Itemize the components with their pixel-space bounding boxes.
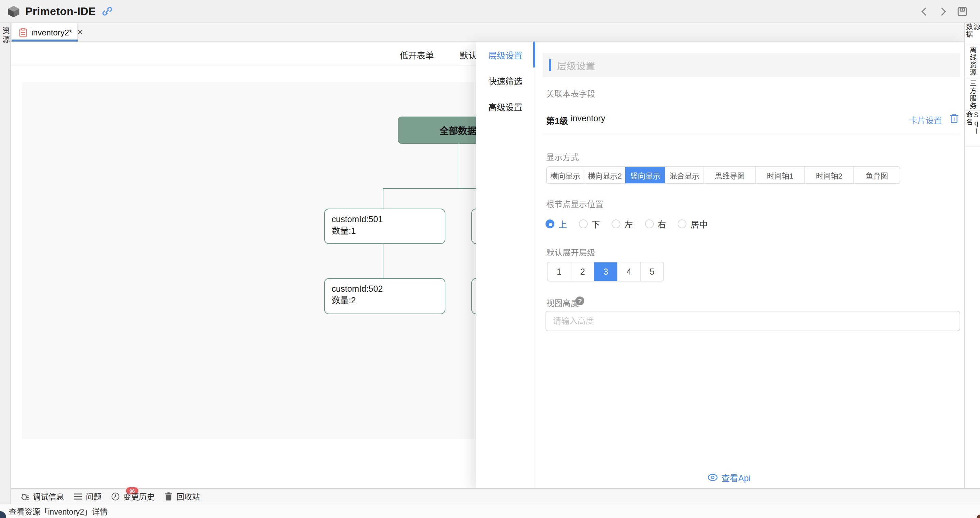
app-title: Primeton-IDE [25, 5, 96, 18]
rail-item-named-sql[interactable]: 命名Sql [965, 111, 980, 147]
mode-horizontal[interactable]: 横向显示 [547, 167, 584, 183]
field-section-label: 关联本表字段 [546, 87, 595, 99]
mode-timeline1[interactable]: 时间轴1 [755, 167, 804, 183]
display-mode-label: 显示方式 [546, 151, 579, 162]
display-mode-group: 横向显示 横向显示2 竖向显示 混合显示 思维导图 时间轴1 时间轴2 鱼骨图 [546, 166, 900, 184]
level-2[interactable]: 2 [571, 262, 594, 281]
view-height-input[interactable] [546, 311, 960, 331]
expand-level-group: 1 2 3 4 5 [547, 262, 664, 282]
app-window: Primeton-IDE 资源 inv [0, 0, 980, 518]
link-icon[interactable] [102, 5, 113, 17]
bottom-tool-bar: 调试信息 问题 96 变更历史 回收站 [11, 488, 980, 504]
view-height-label: 视图高度 [546, 296, 579, 308]
change-history-label: 变更历史 [123, 491, 154, 502]
toolbar-divider [11, 65, 476, 65]
menu-item-quick-filter[interactable]: 快速筛选 [476, 67, 535, 93]
root-position-radio-group: 上 下 左 右 居中 [546, 217, 708, 230]
left-rail-label: 资源 [1, 27, 10, 44]
issues-label: 问题 [86, 491, 102, 502]
form-doc-icon [19, 28, 27, 37]
list-icon [73, 492, 83, 500]
expand-level-label: 默认展开层级 [546, 246, 595, 258]
level-row-field: inventory [571, 114, 605, 123]
view-api-link[interactable]: 查看Api [708, 471, 751, 484]
radio-top[interactable]: 上 [546, 217, 567, 230]
title-bar-actions [919, 0, 968, 23]
tab-close-icon[interactable]: ✕ [77, 28, 83, 37]
mode-timeline2[interactable]: 时间轴2 [804, 167, 853, 183]
panel-header: 层级设置 [543, 53, 960, 77]
eye-icon [708, 474, 718, 481]
rail-item-offline-resources[interactable]: 离线资源 [965, 44, 980, 78]
trash-filled-icon [164, 492, 173, 500]
debug-info-label: 调试信息 [33, 491, 64, 502]
bug-icon [21, 492, 29, 500]
root-node-label: 全部数据 [440, 123, 476, 137]
change-history-button[interactable]: 变更历史 [111, 491, 154, 502]
tab-bar: inventory2* ✕ [11, 23, 964, 41]
issues-button[interactable]: 问题 96 [73, 491, 102, 502]
clock-icon [111, 492, 120, 500]
radio-center[interactable]: 居中 [678, 217, 708, 230]
radio-circle [579, 220, 587, 228]
rail-item-third-party-services[interactable]: 三方服务 [965, 78, 980, 111]
tab-label: inventory2* [31, 28, 72, 37]
debug-info-button[interactable]: 调试信息 [21, 491, 64, 502]
help-icon[interactable]: ? [576, 296, 584, 305]
view-api-label: 查看Api [721, 471, 751, 484]
mode-horizontal2[interactable]: 横向显示2 [584, 167, 625, 183]
radio-bottom[interactable]: 下 [579, 217, 600, 230]
menu-item-advanced-settings[interactable]: 高级设置 [476, 93, 535, 119]
mode-fishbone[interactable]: 鱼骨图 [853, 167, 900, 183]
app-logo-cube-icon [7, 5, 21, 18]
status-bar: 查看资源「inventory2」详情 [0, 504, 980, 518]
tree-root-node[interactable]: 全部数据 [398, 116, 485, 144]
radio-left[interactable]: 左 [612, 217, 633, 230]
mode-mindmap[interactable]: 思维导图 [703, 167, 755, 183]
toolbar-lowcode-form-button[interactable]: 低开表单 [400, 48, 434, 61]
recycle-bin-label: 回收站 [177, 491, 200, 502]
save-icon[interactable] [957, 6, 968, 17]
node-line1: customId:502 [332, 284, 445, 295]
tree-node-502[interactable]: customId:502 数量:2 [324, 278, 445, 314]
level-row-label: 第1级 [546, 114, 568, 127]
settings-menu: 层级设置 快速筛选 高级设置 [476, 41, 535, 488]
level-settings-panel: 层级设置 关联本表字段 第1级 inventory 卡片设置 显示方式 横向显示… [535, 41, 965, 488]
diagram-canvas[interactable]: 全部数据 customId:501 数量:1 customId:502 数量:2 [22, 82, 485, 439]
node-line2: 数量:2 [332, 295, 445, 307]
nav-forward-icon[interactable] [938, 6, 949, 17]
radio-circle [644, 220, 654, 228]
menu-item-level-settings[interactable]: 层级设置 [476, 41, 535, 67]
root-position-label: 根节点显示位置 [546, 198, 603, 209]
level-5[interactable]: 5 [640, 262, 663, 281]
title-bar: Primeton-IDE [0, 0, 980, 23]
header-accent-bar [549, 59, 551, 71]
recycle-bin-button[interactable]: 回收站 [164, 491, 200, 502]
card-settings-link[interactable]: 卡片设置 [909, 114, 942, 126]
left-rail-resources[interactable]: 资源 [0, 23, 11, 504]
level-1[interactable]: 1 [547, 262, 571, 281]
radio-circle [678, 220, 686, 228]
row-divider [543, 134, 960, 134]
settings-overlay-panel: 层级设置 快速筛选 高级设置 层级设置 关联本表字段 第1级 inventory… [476, 41, 965, 488]
mode-mixed[interactable]: 混合显示 [665, 167, 703, 183]
status-message: 查看资源「inventory2」详情 [9, 506, 108, 516]
nav-back-icon[interactable] [919, 6, 930, 17]
rail-item-datasource[interactable]: 数据源 [965, 23, 980, 44]
node-line2: 数量:1 [332, 226, 445, 237]
delete-level-trash-icon[interactable] [949, 113, 959, 123]
radio-right[interactable]: 右 [644, 217, 666, 230]
tab-inventory2[interactable]: inventory2* ✕ [11, 23, 78, 41]
mode-vertical[interactable]: 竖向显示 [625, 167, 665, 183]
level-4[interactable]: 4 [617, 262, 640, 281]
radio-circle [612, 220, 620, 228]
radio-circle [546, 220, 554, 228]
tree-node-501[interactable]: customId:501 数量:1 [324, 209, 445, 244]
right-rail: 数据源 离线资源 三方服务 命名Sql [964, 23, 980, 488]
panel-header-title: 层级设置 [557, 58, 595, 72]
level-3[interactable]: 3 [594, 262, 617, 281]
node-line1: customId:501 [332, 214, 445, 226]
